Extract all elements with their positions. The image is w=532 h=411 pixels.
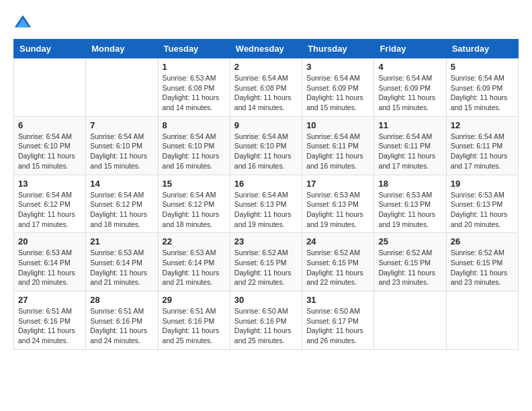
day-cell-26: 26Sunrise: 6:52 AMSunset: 6:15 PMDayligh… <box>446 233 518 291</box>
day-info-16: Sunrise: 6:54 AMSunset: 6:13 PMDaylight:… <box>234 190 298 230</box>
day-info-8: Sunrise: 6:54 AMSunset: 6:10 PMDaylight:… <box>163 132 226 171</box>
day-number-9: 9 <box>234 120 298 130</box>
empty-cell-0-0 <box>14 58 86 117</box>
day-number-3: 3 <box>306 62 369 72</box>
day-info-27: Sunrise: 6:51 AMSunset: 6:16 PMDaylight:… <box>18 306 81 346</box>
day-cell-16: 16Sunrise: 6:54 AMSunset: 6:13 PMDayligh… <box>230 175 302 233</box>
day-info-17: Sunrise: 6:53 AMSunset: 6:13 PMDaylight:… <box>306 190 369 230</box>
day-info-12: Sunrise: 6:54 AMSunset: 6:11 PMDaylight:… <box>451 132 514 171</box>
day-cell-9: 9Sunrise: 6:54 AMSunset: 6:10 PMDaylight… <box>230 116 302 175</box>
day-cell-5: 5Sunrise: 6:54 AMSunset: 6:09 PMDaylight… <box>446 58 518 117</box>
day-cell-19: 19Sunrise: 6:53 AMSunset: 6:13 PMDayligh… <box>446 175 518 233</box>
empty-cell-4-5 <box>374 291 446 350</box>
calendar-body: 1Sunrise: 6:53 AMSunset: 6:08 PMDaylight… <box>14 58 519 350</box>
day-number-22: 22 <box>163 236 226 246</box>
day-info-30: Sunrise: 6:50 AMSunset: 6:16 PMDaylight:… <box>234 306 298 346</box>
weekday-friday: Friday <box>374 40 446 58</box>
week-row-2: 6Sunrise: 6:54 AMSunset: 6:10 PMDaylight… <box>14 116 519 175</box>
day-cell-1: 1Sunrise: 6:53 AMSunset: 6:08 PMDaylight… <box>158 58 230 117</box>
logo-icon <box>13 13 32 32</box>
day-cell-7: 7Sunrise: 6:54 AMSunset: 6:10 PMDaylight… <box>86 116 158 175</box>
day-number-18: 18 <box>378 179 441 189</box>
day-info-9: Sunrise: 6:54 AMSunset: 6:10 PMDaylight:… <box>234 132 298 171</box>
day-number-19: 19 <box>451 179 514 189</box>
weekday-thursday: Thursday <box>302 40 374 58</box>
day-info-28: Sunrise: 6:51 AMSunset: 6:16 PMDaylight:… <box>90 306 153 346</box>
logo <box>13 13 35 32</box>
day-info-13: Sunrise: 6:54 AMSunset: 6:12 PMDaylight:… <box>18 190 81 230</box>
weekday-wednesday: Wednesday <box>230 40 302 58</box>
day-number-15: 15 <box>163 179 226 189</box>
day-info-29: Sunrise: 6:51 AMSunset: 6:16 PMDaylight:… <box>163 306 226 346</box>
day-cell-11: 11Sunrise: 6:54 AMSunset: 6:11 PMDayligh… <box>374 116 446 175</box>
day-number-2: 2 <box>234 62 298 72</box>
day-cell-14: 14Sunrise: 6:54 AMSunset: 6:12 PMDayligh… <box>86 175 158 233</box>
day-cell-6: 6Sunrise: 6:54 AMSunset: 6:10 PMDaylight… <box>14 116 86 175</box>
day-info-20: Sunrise: 6:53 AMSunset: 6:14 PMDaylight:… <box>18 248 81 287</box>
day-cell-12: 12Sunrise: 6:54 AMSunset: 6:11 PMDayligh… <box>446 116 518 175</box>
day-info-3: Sunrise: 6:54 AMSunset: 6:09 PMDaylight:… <box>306 73 369 113</box>
day-number-27: 27 <box>18 295 81 305</box>
day-cell-31: 31Sunrise: 6:50 AMSunset: 6:17 PMDayligh… <box>302 291 374 350</box>
day-number-8: 8 <box>163 120 226 130</box>
day-cell-29: 29Sunrise: 6:51 AMSunset: 6:16 PMDayligh… <box>158 291 230 350</box>
weekday-saturday: Saturday <box>446 40 518 58</box>
day-info-19: Sunrise: 6:53 AMSunset: 6:13 PMDaylight:… <box>451 190 514 230</box>
week-row-1: 1Sunrise: 6:53 AMSunset: 6:08 PMDaylight… <box>14 58 519 117</box>
day-cell-3: 3Sunrise: 6:54 AMSunset: 6:09 PMDaylight… <box>302 58 374 117</box>
day-cell-18: 18Sunrise: 6:53 AMSunset: 6:13 PMDayligh… <box>374 175 446 233</box>
day-cell-15: 15Sunrise: 6:54 AMSunset: 6:12 PMDayligh… <box>158 175 230 233</box>
day-number-12: 12 <box>451 120 514 130</box>
day-number-4: 4 <box>378 62 441 72</box>
day-cell-10: 10Sunrise: 6:54 AMSunset: 6:11 PMDayligh… <box>302 116 374 175</box>
day-info-21: Sunrise: 6:53 AMSunset: 6:14 PMDaylight:… <box>90 248 153 287</box>
day-info-31: Sunrise: 6:50 AMSunset: 6:17 PMDaylight:… <box>306 306 369 346</box>
day-number-6: 6 <box>18 120 81 130</box>
day-info-18: Sunrise: 6:53 AMSunset: 6:13 PMDaylight:… <box>378 190 441 230</box>
day-cell-22: 22Sunrise: 6:53 AMSunset: 6:14 PMDayligh… <box>158 233 230 291</box>
day-info-6: Sunrise: 6:54 AMSunset: 6:10 PMDaylight:… <box>18 132 81 171</box>
day-number-29: 29 <box>163 295 226 305</box>
day-cell-28: 28Sunrise: 6:51 AMSunset: 6:16 PMDayligh… <box>86 291 158 350</box>
day-number-13: 13 <box>18 179 81 189</box>
weekday-header-row: SundayMondayTuesdayWednesdayThursdayFrid… <box>14 40 519 58</box>
day-info-25: Sunrise: 6:52 AMSunset: 6:15 PMDaylight:… <box>378 248 441 287</box>
day-cell-2: 2Sunrise: 6:54 AMSunset: 6:08 PMDaylight… <box>230 58 302 117</box>
day-info-5: Sunrise: 6:54 AMSunset: 6:09 PMDaylight:… <box>451 73 514 113</box>
day-info-11: Sunrise: 6:54 AMSunset: 6:11 PMDaylight:… <box>378 132 441 171</box>
day-number-21: 21 <box>90 236 153 246</box>
day-cell-20: 20Sunrise: 6:53 AMSunset: 6:14 PMDayligh… <box>14 233 86 291</box>
empty-cell-4-6 <box>446 291 518 350</box>
day-cell-13: 13Sunrise: 6:54 AMSunset: 6:12 PMDayligh… <box>14 175 86 233</box>
day-number-26: 26 <box>451 236 514 246</box>
weekday-tuesday: Tuesday <box>158 40 230 58</box>
day-number-30: 30 <box>234 295 298 305</box>
day-info-22: Sunrise: 6:53 AMSunset: 6:14 PMDaylight:… <box>163 248 226 287</box>
day-number-10: 10 <box>306 120 369 130</box>
day-number-1: 1 <box>163 62 226 72</box>
day-cell-4: 4Sunrise: 6:54 AMSunset: 6:09 PMDaylight… <box>374 58 446 117</box>
day-cell-25: 25Sunrise: 6:52 AMSunset: 6:15 PMDayligh… <box>374 233 446 291</box>
day-number-25: 25 <box>378 236 441 246</box>
day-cell-8: 8Sunrise: 6:54 AMSunset: 6:10 PMDaylight… <box>158 116 230 175</box>
day-number-5: 5 <box>451 62 514 72</box>
day-info-15: Sunrise: 6:54 AMSunset: 6:12 PMDaylight:… <box>163 190 226 230</box>
day-number-11: 11 <box>378 120 441 130</box>
day-number-24: 24 <box>306 236 369 246</box>
weekday-monday: Monday <box>86 40 158 58</box>
day-cell-21: 21Sunrise: 6:53 AMSunset: 6:14 PMDayligh… <box>86 233 158 291</box>
day-info-2: Sunrise: 6:54 AMSunset: 6:08 PMDaylight:… <box>234 73 298 113</box>
day-cell-24: 24Sunrise: 6:52 AMSunset: 6:15 PMDayligh… <box>302 233 374 291</box>
page-header <box>13 13 519 32</box>
day-info-26: Sunrise: 6:52 AMSunset: 6:15 PMDaylight:… <box>451 248 514 287</box>
day-cell-17: 17Sunrise: 6:53 AMSunset: 6:13 PMDayligh… <box>302 175 374 233</box>
day-info-4: Sunrise: 6:54 AMSunset: 6:09 PMDaylight:… <box>378 73 441 113</box>
day-cell-27: 27Sunrise: 6:51 AMSunset: 6:16 PMDayligh… <box>14 291 86 350</box>
day-number-14: 14 <box>90 179 153 189</box>
weekday-sunday: Sunday <box>14 40 86 58</box>
day-info-24: Sunrise: 6:52 AMSunset: 6:15 PMDaylight:… <box>306 248 369 287</box>
day-info-10: Sunrise: 6:54 AMSunset: 6:11 PMDaylight:… <box>306 132 369 171</box>
week-row-5: 27Sunrise: 6:51 AMSunset: 6:16 PMDayligh… <box>14 291 519 350</box>
day-cell-23: 23Sunrise: 6:52 AMSunset: 6:15 PMDayligh… <box>230 233 302 291</box>
empty-cell-0-1 <box>86 58 158 117</box>
